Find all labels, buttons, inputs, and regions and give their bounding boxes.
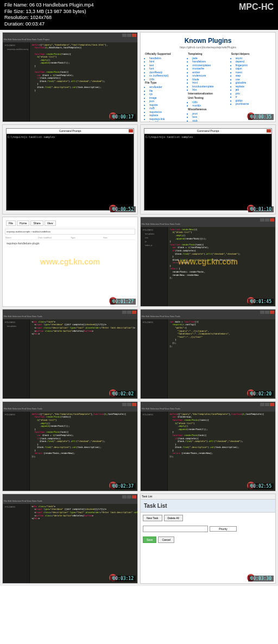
plugin-list-2a: amdloaderfilecjsimagejsonrequiremd5requi…	[145, 85, 185, 122]
thumb-1[interactable]: File Edit Selection Find View Goto Tools…	[2, 32, 138, 122]
close-icon	[267, 129, 271, 132]
timestamp: 00:03:30	[248, 576, 274, 582]
folder-item: requirejs-handlebars-plugin	[6, 241, 134, 245]
thumb-4[interactable]: Command Prompt C:\requirejs-tasklist-sam…	[140, 124, 276, 214]
file-sidebar: FOLDERS requirejs-tasklist-sample	[3, 42, 30, 122]
close-icon	[132, 34, 136, 37]
timestamp: 00:02:37	[110, 483, 136, 489]
resolution: Resolution: 1024x768	[4, 15, 94, 21]
timestamp: 00:01:45	[248, 299, 274, 305]
menubar: File Edit Selection Find View Goto Tools…	[3, 38, 137, 42]
code-area: define(["jquery","hbs!templates/taskTemp…	[30, 412, 137, 491]
close-icon	[270, 311, 274, 314]
filename: File Name: 06 03 Handlebars Plugin.mp4	[4, 2, 94, 9]
close-icon	[129, 129, 133, 132]
timestamp: 00:02:20	[248, 391, 274, 397]
close-icon	[270, 403, 274, 406]
code-area: function renderNew(){ $("#task-list") .e…	[168, 227, 275, 306]
task-list-title: Task List	[141, 500, 275, 513]
code-area: define(["jquery","handlebars","text!temp…	[30, 42, 137, 122]
thumb-12[interactable]: Task List Task List New Task Delete All …	[140, 494, 276, 584]
thumb-11[interactable]: File Edit Selection Find View Goto Tools…	[2, 494, 138, 584]
thumb-2[interactable]: Known Plugins https://github.com/jrburke…	[140, 32, 276, 122]
timestamp: 00:01:10	[248, 206, 274, 212]
cancel-button[interactable]: Cancel	[158, 536, 174, 543]
thumb-10[interactable]: File Edit Selection Find View Goto Tools…	[140, 401, 276, 491]
code-area: <div class="task"> <input type="checkbox…	[30, 504, 137, 583]
timestamp: 00:01:27	[110, 299, 136, 305]
player-name: MPC-HC	[239, 2, 274, 12]
plugin-list-4: asyncdependfingerprintcajonnoextstepuseg…	[231, 56, 271, 106]
code-area: define(["jquery","hbs!templates/taskTemp…	[168, 412, 275, 491]
terminal-title: Command Prompt	[144, 129, 271, 134]
timestamp: 00:02:55	[248, 483, 274, 489]
duration: Duration: 00:03:47	[4, 21, 94, 28]
thumbnail-grid: File Edit Selection Find View Goto Tools…	[0, 30, 278, 586]
close-icon	[132, 495, 136, 498]
terminal-prompt: C:\requirejs-tasklist-sample>	[144, 134, 271, 140]
thumb-3[interactable]: Command Prompt C:\requirejs-tasklist-sam…	[2, 124, 138, 214]
path-bar: requirejs-tasklist-sample > tasklist-han…	[5, 229, 135, 235]
filesize: File Size: 13,3 MB (13 987 308 bytes)	[4, 9, 94, 15]
file-sidebar: FOLDERS	[3, 412, 30, 491]
terminal-prompt: C:\requirejs-tasklist-sample>	[7, 134, 134, 140]
new-task-button[interactable]: New Task	[143, 515, 162, 521]
thumb-9[interactable]: File Edit Selection Find View Goto Tools…	[2, 401, 138, 491]
plugin-list-3: i18nmockjs	[188, 100, 228, 108]
file-sidebar: FOLDERS templates	[3, 319, 30, 399]
timestamp: 00:03:12	[110, 576, 136, 582]
plugin-list-2b: jadehandlebarsmicrotemplatesmustacheembe…	[188, 56, 228, 92]
delete-all-button[interactable]: Delete All	[164, 515, 183, 521]
priority-select[interactable]: Priority	[210, 526, 237, 532]
timestamp: 00:00:52	[110, 206, 136, 212]
code-area: var main = function(){ requirejs.config(…	[168, 319, 275, 399]
plugin-list-3b: proclessstub	[188, 112, 228, 122]
code-area: <div class="task"> <input type="checkbox…	[30, 319, 137, 399]
close-icon	[132, 311, 136, 314]
terminal-title: Command Prompt	[7, 129, 134, 134]
thumb-6[interactable]: File Edit Selection Find View Goto Tools…	[140, 217, 276, 307]
timestamp: 00:00:17	[110, 114, 136, 120]
thumb-7[interactable]: File Edit Selection Find View Goto Tools…	[2, 309, 138, 399]
timestamp: 00:00:35	[248, 114, 274, 120]
slide-title: Known Plugins	[145, 37, 271, 45]
app-titlebar: Task List	[141, 494, 275, 500]
slide-url: https://github.com/jrburke/requirejs/wik…	[145, 46, 271, 49]
task-input[interactable]	[143, 526, 208, 532]
thumb-5[interactable]: File Home Share View requirejs-tasklist-…	[2, 217, 138, 307]
save-button[interactable]: Save	[143, 536, 156, 543]
thumb-8[interactable]: File Edit Selection Find View Goto Tools…	[140, 309, 276, 399]
file-sidebar: FOLDERS	[3, 504, 30, 583]
plugin-list-1: handlebrshtmltextfontdomReadycs (coffees…	[145, 56, 185, 81]
file-sidebar: FOLDERS templates css js index.js	[141, 227, 168, 306]
timestamp: 00:02:02	[110, 391, 136, 397]
close-icon	[270, 218, 274, 222]
file-sidebar: FOLDERS	[141, 412, 168, 491]
file-sidebar: FOLDERS	[141, 319, 168, 399]
video-info-header: File Name: 06 03 Handlebars Plugin.mp4 F…	[0, 0, 278, 30]
close-icon	[132, 403, 136, 406]
